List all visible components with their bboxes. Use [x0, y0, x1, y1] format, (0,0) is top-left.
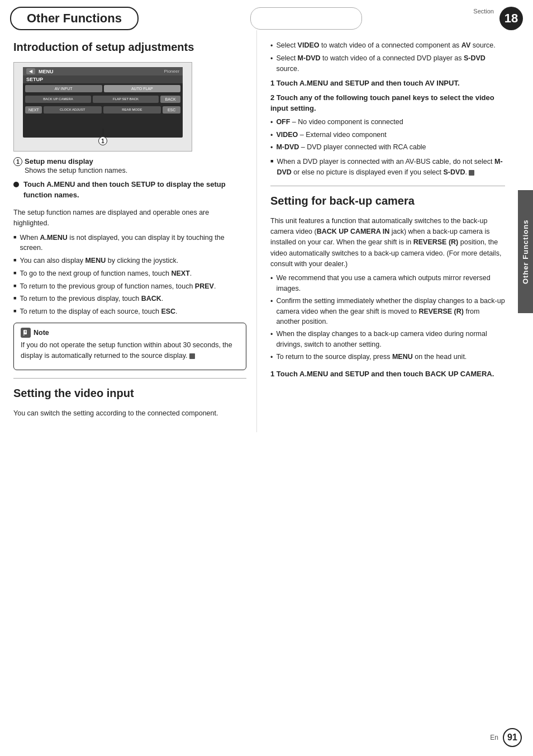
device-av-input: AV INPUT	[25, 85, 102, 92]
video-input-heading: Setting the video input	[13, 386, 246, 400]
bullet-menu: ■ You can also display MENU by clicking …	[13, 256, 246, 266]
square-bullet-dvd-text: When a DVD player is connected with an A…	[277, 157, 505, 178]
divider-1	[13, 378, 246, 379]
item1-content: Setup menu display Shows the setup funct…	[25, 157, 127, 176]
bullet-esc: ■ To return to the display of each sourc…	[13, 306, 246, 317]
section-number: 18	[499, 7, 523, 30]
page-header: Other Functions Section 18	[0, 0, 533, 30]
step2-bullet-off: • OFF – No video component is connected	[270, 117, 505, 128]
device-pioneer-label: Pioneer	[164, 69, 180, 74]
bullet-text-3: To go to the next group of function name…	[20, 268, 192, 279]
device-row1: AV INPUT AUTO FLAP	[23, 83, 183, 94]
video-bullet-1-text: Select VIDEO to watch video of a connect…	[276, 40, 495, 51]
item1-number: 1	[13, 157, 22, 166]
device-rear-mode: REAR MODE	[103, 106, 161, 114]
bullet-sym-mdvd: •	[270, 143, 273, 153]
bullet-text-5: To return to the previous display, touch…	[20, 294, 163, 304]
step2-video-heading: 2 Touch any of the following touch panel…	[270, 93, 505, 113]
backup-body: This unit features a function that autom…	[270, 216, 505, 270]
note-title-text: Note	[34, 329, 49, 337]
backup-bullet-2-text: Confirm the setting immediately whether …	[276, 296, 505, 327]
device-back-btn2: BACK	[160, 96, 180, 103]
backup-bullet-sym-4: •	[270, 352, 273, 363]
device-esc-btn: ESC	[163, 106, 180, 114]
page-number: 91	[503, 728, 522, 747]
bullet-text-6: To return to the display of each source,…	[20, 306, 177, 317]
device-flap-set-back: FLAP SET BACK	[93, 96, 159, 103]
square-icon-6: ■	[13, 308, 16, 315]
device-image: ◀ MENU Pioneer SETUP AV INPUT AUTO FLAP …	[13, 62, 192, 152]
backup-bullet-sym-2: •	[270, 296, 273, 307]
bullet-sym-off: •	[270, 117, 273, 128]
backup-bullet-sym-3: •	[270, 329, 273, 340]
section-info: Section 18	[473, 7, 523, 30]
bullet-next: ■ To go to the next group of function na…	[13, 268, 246, 279]
step2-bullet-video: • VIDEO – External video component	[270, 130, 505, 141]
square-icon-5: ■	[13, 295, 16, 303]
step2-bullet-mdvd: • M-DVD – DVD player connected with RCA …	[270, 142, 505, 153]
backup-bullet-1: • We recommend that you use a camera whi…	[270, 273, 505, 294]
side-tab: Other Functions	[518, 190, 533, 313]
left-column: Introduction of setup adjustments ◀ MENU…	[0, 30, 257, 432]
section-label: Section	[473, 8, 494, 15]
step2-video-text: VIDEO – External video component	[276, 130, 386, 140]
item1-desc: Shows the setup function names.	[25, 167, 127, 174]
square-icon-1: ■	[13, 234, 16, 242]
backup-bullet-sym-1: •	[270, 273, 273, 284]
note-icon	[21, 328, 31, 338]
touch-heading-container: Touch A.MENU and then touch SETUP to dis…	[13, 179, 246, 202]
device-annotation: 1	[98, 129, 107, 145]
device-back-btn: ◀	[26, 68, 35, 74]
video-bullet-1: • Select VIDEO to watch video of a conne…	[270, 40, 505, 51]
note-box: Note If you do not operate the setup fun…	[13, 323, 246, 370]
video-bullet-2: • Select M-DVD to watch video of a conne…	[270, 53, 505, 74]
intro-heading: Introduction of setup adjustments	[13, 40, 246, 54]
device-backup-camera: BACK UP CAMERA	[25, 96, 91, 103]
touch-heading: Touch A.MENU and then touch SETUP to dis…	[23, 179, 246, 200]
bullet-text-2: You can also display MENU by clicking th…	[20, 256, 178, 266]
item1-label: Setup menu display	[25, 157, 93, 166]
bullet-text-1: When A.MENU is not displayed, you can di…	[20, 233, 246, 254]
device-next-btn: NEXT	[25, 106, 42, 114]
square-bullet-dvd: ■ When a DVD player is connected with an…	[270, 157, 505, 178]
bullet-text-4: To return to the previous group of funct…	[20, 281, 216, 292]
divider-2	[270, 186, 505, 186]
right-column: • Select VIDEO to watch video of a conne…	[257, 30, 533, 432]
bullet-sym-1: •	[270, 41, 273, 51]
square-icon-2: ■	[13, 257, 16, 264]
bullet-sym-video: •	[270, 130, 273, 141]
backup-bullet-4-text: To return to the source display, press M…	[276, 352, 467, 362]
device-clock-adjust: CLOCK ADJUST	[44, 106, 102, 114]
pencil-icon	[22, 329, 29, 336]
step2-off-text: OFF – No video component is connected	[276, 117, 403, 127]
note-title: Note	[21, 328, 239, 338]
backup-bullet-3-text: When the display changes to a back-up ca…	[276, 329, 505, 350]
step2-mdvd-text: M-DVD – DVD player connected with RCA ca…	[276, 142, 426, 153]
annotation-number: 1	[98, 136, 107, 145]
backup-bullet-4: • To return to the source display, press…	[270, 352, 505, 363]
device-screen: ◀ MENU Pioneer SETUP AV INPUT AUTO FLAP …	[23, 67, 183, 138]
main-content: Introduction of setup adjustments ◀ MENU…	[0, 30, 533, 432]
square-icon-3: ■	[13, 270, 16, 277]
touch-body: The setup function names are displayed a…	[13, 207, 246, 229]
stop-icon	[189, 353, 195, 359]
device-row2: BACK UP CAMERA FLAP SET BACK BACK	[23, 94, 183, 105]
svg-marker-1	[23, 334, 25, 336]
square-icon-dvd: ■	[270, 158, 273, 166]
stop-icon-2	[469, 170, 474, 176]
bullet-dot-icon	[13, 182, 19, 187]
backup-bullet-3: • When the display changes to a back-up …	[270, 329, 505, 350]
bullet-sym-2: •	[270, 54, 273, 64]
note-body: If you do not operate the setup function…	[21, 340, 239, 362]
backup-heading: Setting for back-up camera	[270, 194, 505, 208]
footer-en-label: En	[490, 734, 498, 741]
device-menu-label: MENU	[39, 69, 54, 74]
page-footer: En 91	[490, 728, 522, 747]
chapter-title: Other Functions	[10, 7, 139, 30]
backup-bullet-2: • Confirm the setting immediately whethe…	[270, 296, 505, 327]
backup-step1-heading: 1 Touch A.MENU and SETUP and then touch …	[270, 369, 505, 379]
device-setup-label: SETUP	[23, 75, 183, 83]
video-input-body: You can switch the setting according to …	[13, 408, 246, 419]
device-auto-flap: AUTO FLAP	[104, 85, 181, 92]
device-row3: NEXT CLOCK ADJUST REAR MODE ESC	[23, 105, 183, 115]
